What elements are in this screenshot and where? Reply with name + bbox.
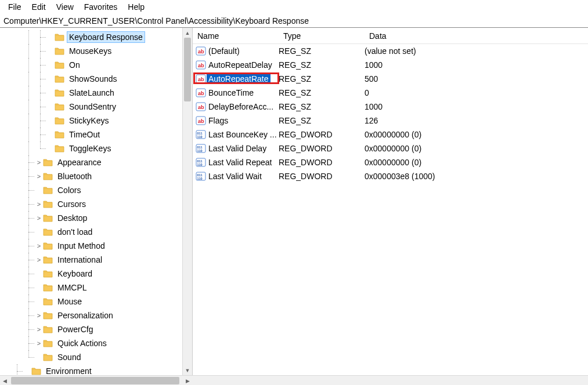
value-data: 0x00000000 (0): [365, 130, 588, 139]
scroll-right-button[interactable]: ▶: [183, 376, 193, 385]
value-row[interactable]: Last BounceKey ...REG_DWORD0x00000000 (0…: [193, 128, 588, 141]
tree-item[interactable]: MMCPL: [0, 281, 192, 295]
tree-item[interactable]: SlateLaunch: [0, 86, 192, 100]
values-list[interactable]: (Default)REG_SZ(value not set)AutoRepeat…: [193, 44, 588, 183]
tree-item[interactable]: don't load: [0, 225, 192, 239]
tree-item[interactable]: >Personalization: [0, 308, 192, 322]
menu-edit[interactable]: Edit: [27, 1, 50, 13]
tree-item[interactable]: >Input Method: [0, 239, 192, 253]
scroll-down-button[interactable]: ▼: [183, 365, 192, 375]
value-type: REG_DWORD: [279, 158, 365, 167]
tree-item[interactable]: >Quick Actions: [0, 336, 192, 350]
value-type: REG_SZ: [279, 46, 365, 56]
expand-toggle[interactable]: >: [35, 326, 43, 333]
value-name: DelayBeforeAcc...: [207, 101, 275, 112]
menu-help[interactable]: Help: [123, 1, 149, 13]
tree-item-label: ToggleKeys: [67, 143, 113, 154]
tree-item[interactable]: SoundSentry: [0, 100, 192, 114]
tree-item[interactable]: TimeOut: [0, 128, 192, 141]
folder-icon: [55, 102, 65, 111]
menu-file[interactable]: File: [3, 1, 26, 13]
tree-item-label: Input Method: [56, 241, 107, 251]
value-row[interactable]: Last Valid DelayREG_DWORD0x00000000 (0): [193, 141, 588, 155]
folder-icon: [55, 144, 65, 153]
tree-item[interactable]: >International: [0, 253, 192, 267]
folder-icon: [55, 130, 65, 139]
tree-item-label: Desktop: [56, 213, 89, 223]
value-row[interactable]: BounceTimeREG_SZ0: [193, 86, 588, 100]
value-name: Flags: [207, 115, 230, 126]
scroll-up-button[interactable]: ▲: [183, 28, 192, 38]
expand-toggle[interactable]: >: [35, 340, 43, 347]
expand-toggle[interactable]: >: [35, 159, 43, 166]
tree-item[interactable]: Keyboard Response: [0, 30, 192, 44]
tree-scrollbar-horizontal[interactable]: ◀ ▶: [0, 375, 588, 385]
address-bar[interactable]: Computer\HKEY_CURRENT_USER\Control Panel…: [0, 14, 588, 28]
value-row[interactable]: AutoRepeatDelayREG_SZ1000: [193, 58, 588, 72]
expand-toggle[interactable]: >: [35, 173, 43, 180]
tree-item[interactable]: Sound: [0, 350, 192, 364]
tree-item[interactable]: ToggleKeys: [0, 141, 192, 155]
menu-favorites[interactable]: Favorites: [80, 1, 122, 13]
value-name: Last BounceKey ...: [207, 129, 279, 140]
scroll-thumb[interactable]: [184, 38, 191, 101]
tree-item[interactable]: >Desktop: [0, 211, 192, 225]
value-row[interactable]: Last Valid RepeatREG_DWORD0x00000000 (0): [193, 155, 588, 169]
column-header-type[interactable]: Type: [279, 28, 365, 43]
folder-icon: [43, 241, 53, 250]
expand-toggle[interactable]: >: [35, 201, 43, 208]
value-type: REG_DWORD: [279, 130, 365, 139]
tree-item[interactable]: Colors: [0, 183, 192, 197]
string-value-icon: [195, 74, 207, 84]
dword-value-icon: [195, 157, 207, 168]
tree-item[interactable]: Mouse: [0, 295, 192, 308]
value-name: Last Valid Wait: [207, 171, 264, 181]
registry-tree[interactable]: Keyboard ResponseMouseKeysOnShowSoundsSl…: [0, 28, 192, 375]
tree-item[interactable]: >Appearance: [0, 155, 192, 169]
tree-item[interactable]: >PowerCfg: [0, 322, 192, 336]
tree-item-label: MouseKeys: [67, 46, 113, 56]
expand-toggle[interactable]: >: [35, 215, 43, 221]
tree-item-label: Quick Actions: [56, 338, 109, 348]
tree-item-label: SoundSentry: [67, 101, 118, 112]
hscroll-thumb[interactable]: [11, 377, 179, 384]
value-row[interactable]: AutoRepeatRateREG_SZ500: [193, 72, 588, 86]
dword-value-icon: [195, 171, 207, 181]
folder-icon: [43, 213, 53, 223]
tree-item[interactable]: Keyboard: [0, 267, 192, 281]
tree-item[interactable]: >Cursors: [0, 197, 192, 211]
folder-icon: [43, 269, 53, 278]
tree-scrollbar-vertical[interactable]: ▲ ▼: [182, 28, 192, 375]
menu-bar: File Edit View Favorites Help: [0, 0, 588, 14]
tree-item[interactable]: MouseKeys: [0, 44, 192, 58]
tree-item[interactable]: Environment: [0, 364, 192, 375]
tree-item-label: Mouse: [56, 296, 84, 307]
menu-view[interactable]: View: [52, 1, 78, 13]
tree-item[interactable]: StickyKeys: [0, 114, 192, 128]
value-type: REG_SZ: [279, 60, 365, 70]
values-header[interactable]: Name Type Data: [193, 28, 588, 44]
tree-item[interactable]: On: [0, 58, 192, 72]
tree-item-label: Appearance: [56, 157, 103, 168]
folder-icon: [43, 158, 53, 167]
expand-toggle[interactable]: >: [35, 256, 43, 263]
value-data: 500: [365, 74, 588, 83]
scroll-left-button[interactable]: ◀: [0, 376, 10, 385]
expand-toggle[interactable]: >: [35, 312, 43, 319]
tree-item-label: Cursors: [56, 199, 88, 209]
value-row[interactable]: DelayBeforeAcc...REG_SZ1000: [193, 100, 588, 114]
folder-icon: [55, 60, 65, 70]
tree-item[interactable]: ShowSounds: [0, 72, 192, 86]
value-row[interactable]: FlagsREG_SZ126: [193, 114, 588, 128]
value-data: 1000: [365, 60, 588, 70]
folder-icon: [43, 186, 53, 195]
expand-toggle[interactable]: >: [35, 242, 43, 249]
column-header-data[interactable]: Data: [365, 28, 588, 43]
scroll-track[interactable]: [183, 38, 192, 365]
column-header-name[interactable]: Name: [193, 28, 279, 43]
tree-item-label: Sound: [56, 352, 82, 362]
string-value-icon: [195, 101, 207, 112]
tree-item[interactable]: >Bluetooth: [0, 169, 192, 183]
value-row[interactable]: Last Valid WaitREG_DWORD0x000003e8 (1000…: [193, 169, 588, 183]
value-row[interactable]: (Default)REG_SZ(value not set): [193, 44, 588, 58]
